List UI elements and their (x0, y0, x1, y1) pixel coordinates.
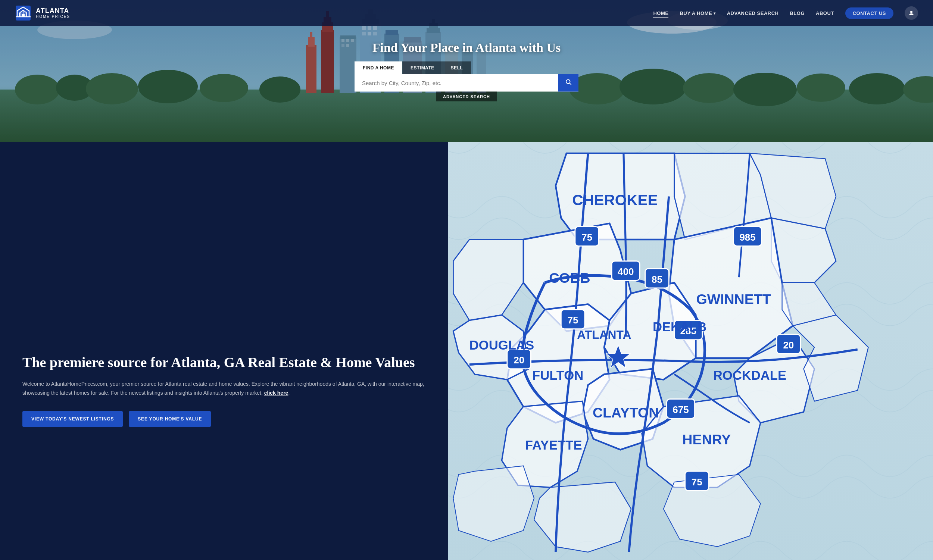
svg-text:400: 400 (617, 266, 634, 277)
svg-point-6 (910, 11, 913, 13)
svg-text:ROCKDALE: ROCKDALE (713, 368, 786, 382)
nav-blog[interactable]: BLOG (790, 11, 805, 16)
search-tabs: FIND A HOME ESTIMATE SELL (354, 62, 579, 74)
view-listings-button[interactable]: VIEW TODAY'S NEWEST LISTINGS (22, 411, 123, 427)
logo-subtitle: HOME PRICES (36, 15, 70, 18)
svg-text:HENRY: HENRY (682, 432, 731, 447)
svg-text:DEKALB: DEKALB (653, 320, 707, 334)
main-body: Welcome to AtlantaHomePrices.com, your p… (22, 380, 425, 398)
svg-text:CHEROKEE: CHEROKEE (572, 191, 657, 209)
advanced-search-link[interactable]: ADVANCED SEARCH (436, 92, 497, 102)
hero-title: Find Your Place in Atlanta with Us (354, 41, 579, 55)
nav-buy-home[interactable]: BUY A HOME (680, 11, 716, 16)
svg-text:985: 985 (739, 232, 755, 243)
svg-text:75: 75 (568, 314, 579, 326)
atlanta-map: 75 75 85 285 400 985 20 (448, 142, 933, 560)
nav-links: HOME BUY A HOME ADVANCED SEARCH BLOG ABO… (653, 6, 918, 20)
svg-line-62 (570, 83, 571, 85)
search-widget: FIND A HOME ESTIMATE SELL ADVANCED SEARC… (354, 62, 579, 102)
bottom-section: The premiere source for Atlanta, GA Real… (0, 142, 933, 560)
contact-us-button[interactable]: CONTACT US (845, 8, 893, 19)
nav-home[interactable]: HOME (653, 11, 668, 17)
svg-marker-83 (664, 475, 761, 547)
logo-title: ATLANTA (36, 8, 70, 15)
logo-icon (15, 5, 31, 21)
main-heading: The premiere source for Atlanta, GA Real… (22, 354, 425, 371)
svg-text:20: 20 (783, 340, 794, 351)
button-row: VIEW TODAY'S NEWEST LISTINGS SEE YOUR HO… (22, 411, 425, 427)
svg-text:20: 20 (514, 354, 524, 366)
search-box (354, 74, 579, 92)
svg-text:FAYETTE: FAYETTE (525, 438, 582, 452)
home-value-button[interactable]: SEE YOUR HOME'S VALUE (129, 411, 211, 427)
svg-text:85: 85 (651, 274, 662, 285)
svg-point-61 (566, 80, 570, 84)
left-panel: The premiere source for Atlanta, GA Real… (0, 142, 448, 560)
search-icon (565, 79, 572, 85)
search-input[interactable] (354, 75, 558, 91)
svg-text:675: 675 (673, 404, 688, 415)
svg-text:CLAYTON: CLAYTON (593, 405, 659, 420)
svg-text:COBB: COBB (549, 270, 590, 286)
svg-text:ATLANTA: ATLANTA (577, 328, 631, 342)
tab-sell[interactable]: SELL (443, 62, 471, 74)
tab-estimate[interactable]: ESTIMATE (402, 62, 443, 74)
search-button[interactable] (558, 74, 579, 92)
user-account-button[interactable] (905, 6, 918, 20)
logo[interactable]: ATLANTA HOME PRICES (15, 5, 70, 21)
navbar: ATLANTA HOME PRICES HOME BUY A HOME ADVA… (0, 0, 933, 26)
tab-find-home[interactable]: FIND A HOME (354, 62, 402, 74)
click-here-link[interactable]: click here (264, 390, 288, 396)
nav-about[interactable]: ABOUT (816, 11, 834, 16)
svg-text:FULTON: FULTON (532, 368, 583, 382)
nav-advanced-search[interactable]: ADVANCED SEARCH (727, 11, 779, 16)
svg-text:75: 75 (691, 477, 702, 488)
svg-marker-82 (453, 466, 534, 542)
map-panel: 75 75 85 285 400 985 20 (448, 142, 933, 560)
svg-text:GWINNETT: GWINNETT (696, 291, 771, 307)
map-container[interactable]: 75 75 85 285 400 985 20 (448, 142, 933, 560)
svg-text:DOUGLAS: DOUGLAS (470, 338, 534, 352)
hero-content: Find Your Place in Atlanta with Us FIND … (354, 41, 579, 102)
user-icon (908, 10, 915, 17)
svg-text:75: 75 (582, 232, 592, 243)
